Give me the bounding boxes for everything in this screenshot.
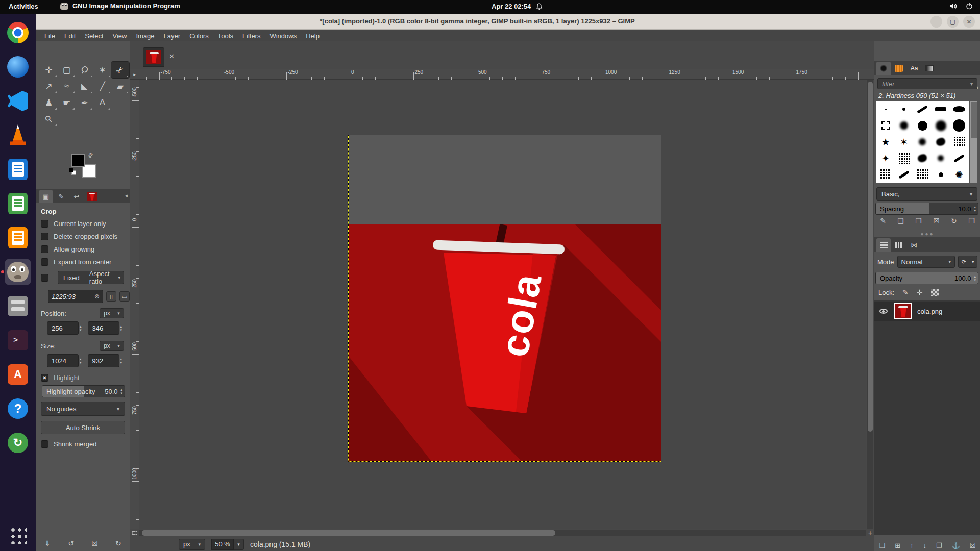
brush-item[interactable]: ✶ <box>895 134 913 150</box>
layer-opacity-slider[interactable]: Opacity 100.0 ▴▾ <box>875 272 978 284</box>
brush-grid-scrollbar[interactable] <box>970 101 977 183</box>
brush-item[interactable] <box>950 101 968 117</box>
duplicate-brush-icon[interactable]: ❐ <box>915 217 922 225</box>
brush-item[interactable] <box>932 101 950 117</box>
duplicate-layer-icon[interactable]: ❐ <box>936 542 942 549</box>
size-height-field[interactable]: 932 <box>88 354 119 367</box>
tab-close-icon[interactable]: ✕ <box>169 53 175 60</box>
position-y-field[interactable]: 346 <box>88 321 119 335</box>
size-width-field[interactable]: 1024 <box>47 354 79 367</box>
menu-file[interactable]: File <box>40 31 60 41</box>
tool-bucket-fill[interactable]: ◣ <box>76 78 93 94</box>
tool-warp-transform[interactable]: ≈ <box>58 78 76 94</box>
refresh-brushes-icon[interactable]: ↻ <box>951 217 957 225</box>
tab-undo-history[interactable]: ↩ <box>69 190 84 203</box>
layer-row[interactable]: cola.png <box>874 302 980 321</box>
new-group-icon[interactable]: ⊞ <box>895 542 900 549</box>
tool-zoom[interactable]: ⚲ <box>40 111 58 127</box>
expand-from-center-checkbox[interactable] <box>41 258 48 266</box>
position-unit-select[interactable]: px ▾ <box>100 308 124 318</box>
lock-position-icon[interactable]: ✛ <box>917 288 923 296</box>
mode-switch-button[interactable]: ⟳ ▾ <box>958 256 977 268</box>
guides-select[interactable]: No guides ▾ <box>41 402 125 416</box>
restore-settings-icon[interactable]: ↺ <box>68 539 74 547</box>
tool-move[interactable]: ✛ <box>40 62 58 78</box>
position-x-field[interactable]: 256 <box>47 321 79 335</box>
color-swatches[interactable]: ⇄ <box>71 154 102 180</box>
new-layer-icon[interactable]: ❏ <box>879 542 885 549</box>
brush-item[interactable]: ✺ <box>950 166 968 183</box>
auto-shrink-button[interactable]: Auto Shrink <box>41 421 125 434</box>
zoom-select-icon[interactable]: ▾ <box>234 539 244 550</box>
tool-ink[interactable]: ✒ <box>76 94 93 111</box>
clear-icon[interactable]: ⊗ <box>94 293 100 300</box>
panel-menu-icon[interactable]: ◂ <box>125 192 128 199</box>
tool-fuzzy-select[interactable]: ✶ <box>93 62 111 78</box>
tool-unified-transform[interactable]: ↗ <box>40 78 58 94</box>
tool-eraser[interactable]: ▰ <box>111 78 129 94</box>
allow-growing-checkbox[interactable] <box>41 245 48 253</box>
edit-brush-icon[interactable]: ✎ <box>880 217 886 225</box>
open-as-image-icon[interactable]: ❒ <box>968 217 975 225</box>
panel-drag-handle[interactable]: ●●● <box>874 231 980 237</box>
tool-free-select[interactable]: Ϙ <box>76 62 93 78</box>
brush-item[interactable] <box>913 166 932 183</box>
current-layer-only-checkbox[interactable] <box>41 220 48 228</box>
tab-channels[interactable] <box>892 238 906 252</box>
lock-alpha-icon[interactable] <box>931 289 939 296</box>
tab-image-thumbnail[interactable] <box>85 190 99 203</box>
menu-tools[interactable]: Tools <box>213 31 238 41</box>
swap-colors-icon[interactable]: ⇄ <box>86 151 95 159</box>
foreground-color-swatch[interactable] <box>71 154 85 167</box>
position-x-spinner[interactable]: ▴▾ <box>80 324 82 332</box>
menu-view[interactable]: View <box>108 31 132 41</box>
brush-item[interactable] <box>895 101 913 117</box>
dock-item-writer[interactable] <box>0 156 36 183</box>
activities-button[interactable]: Activities <box>9 3 38 10</box>
dock-item-gimp[interactable] <box>0 259 36 285</box>
tool-text[interactable]: A <box>93 94 111 111</box>
tab-paths[interactable]: ⋈ <box>907 238 921 252</box>
cola-artwork[interactable]: cola <box>348 135 662 462</box>
show-applications-button[interactable] <box>0 521 36 548</box>
vertical-scrollbar[interactable] <box>867 80 873 529</box>
minimize-button[interactable]: – <box>930 16 942 28</box>
brush-group-select[interactable]: Basic, ▾ <box>876 187 977 201</box>
status-unit-select[interactable]: px ▾ <box>179 539 205 550</box>
brush-item[interactable] <box>895 117 913 134</box>
position-y-spinner[interactable]: ▴▾ <box>120 324 122 332</box>
delete-cropped-pixels-checkbox[interactable] <box>41 233 48 240</box>
dock-item-vscode[interactable] <box>0 88 36 114</box>
brush-item[interactable] <box>913 117 932 134</box>
window-titlebar[interactable]: *[cola] (imported)-1.0 (RGB color 8-bit … <box>36 14 980 30</box>
fixed-toggle[interactable]: Fixed <box>58 274 85 282</box>
brush-item[interactable]: ★ <box>876 134 895 150</box>
dock-item-files[interactable] <box>0 293 36 319</box>
zoom-level-field[interactable]: 50 % <box>211 539 234 550</box>
ruler-corner-icon[interactable]: ▸ <box>130 69 139 80</box>
tab-fonts[interactable]: Aa <box>907 62 921 75</box>
maximize-button[interactable]: ▢ <box>947 16 959 28</box>
highlight-checkbox[interactable]: ✕ <box>41 374 48 382</box>
menu-filters[interactable]: Filters <box>238 31 265 41</box>
menu-layer[interactable]: Layer <box>159 31 185 41</box>
tool-crop[interactable]: ✂ <box>111 62 129 78</box>
anchor-layer-icon[interactable]: ⚓ <box>952 542 960 549</box>
dock-item-software[interactable]: A <box>0 361 36 388</box>
dock-item-vlc[interactable] <box>0 122 36 148</box>
brush-item[interactable] <box>950 117 968 134</box>
tab-layers[interactable] <box>876 238 891 252</box>
brush-item[interactable] <box>932 166 950 183</box>
menu-select[interactable]: Select <box>80 31 108 41</box>
menu-windows[interactable]: Windows <box>265 31 301 41</box>
navigation-icon[interactable]: ✛ <box>867 530 873 536</box>
delete-layer-icon[interactable]: ☒ <box>970 542 976 549</box>
menu-help[interactable]: Help <box>301 31 324 41</box>
layer-visibility-icon[interactable] <box>879 309 888 314</box>
focused-app-indicator[interactable]: GNU Image Manipulation Program <box>60 2 180 10</box>
dock-item-chrome[interactable] <box>0 19 36 46</box>
size-height-spinner[interactable]: ▴▾ <box>120 357 122 364</box>
dock-item-terminal[interactable]: >_ <box>0 327 36 354</box>
tab-device-status[interactable]: ✎ <box>54 190 68 203</box>
menu-image[interactable]: Image <box>131 31 159 41</box>
